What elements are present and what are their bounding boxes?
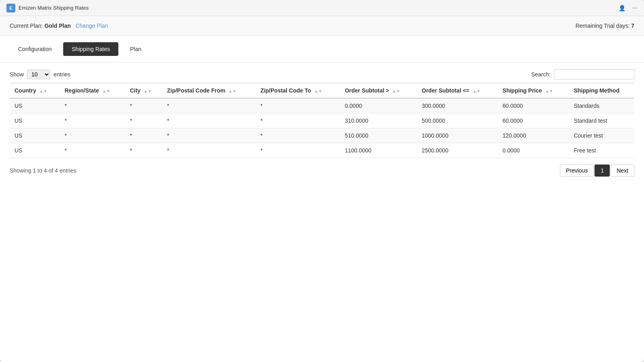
cell-zip_to-3: *: [256, 143, 340, 158]
table-row: US****1100.00002500.00000.0000Free test: [10, 143, 634, 158]
cell-shipping_price-2: 120.0000: [498, 128, 569, 143]
table-wrapper: Country ▲▼ Region/State ▲▼ City ▲▼ Zip: [0, 83, 644, 158]
tabs-bar: Configuration Shipping Rates Plan: [0, 36, 644, 63]
col-order-subtotal-gt[interactable]: Order Subtotal > ▲▼: [340, 83, 417, 99]
plan-name: Gold Plan: [44, 23, 70, 29]
page-1-button[interactable]: 1: [594, 165, 610, 177]
col-order-subtotal-lte[interactable]: Order Subtotal <= ▲▼: [417, 83, 498, 99]
table-row: US****0.0000300.000060.0000Standards: [10, 98, 634, 113]
col-shipping-method[interactable]: Shipping Method: [569, 83, 634, 99]
tab-configuration[interactable]: Configuration: [10, 42, 60, 56]
title-bar-left: E Emizen Matrix Shipping Rates: [6, 4, 89, 12]
show-entries: Show 10 25 50 100 entries: [10, 70, 70, 79]
shipping-rates-table: Country ▲▼ Region/State ▲▼ City ▲▼ Zip: [10, 83, 634, 158]
entries-select[interactable]: 10 25 50 100: [27, 70, 50, 79]
trial-label: Remaining Trial days:: [576, 23, 630, 29]
app-icon: E: [6, 4, 15, 12]
search-input[interactable]: [554, 69, 634, 80]
cell-zip_to-2: *: [256, 128, 340, 143]
cell-order_subtotal_gt-3: 1100.0000: [340, 143, 417, 158]
trial-days: 7: [631, 23, 634, 29]
cell-zip_from-0: *: [162, 98, 256, 113]
cell-city-1: *: [125, 113, 162, 128]
plan-bar: Current Plan: Gold Plan Change Plan Rema…: [0, 16, 644, 36]
app-window: E Emizen Matrix Shipping Rates 👤 ⋯ Curre…: [0, 0, 644, 362]
cell-shipping_method-3: Free test: [569, 143, 634, 158]
cell-region-3: *: [60, 143, 125, 158]
more-icon[interactable]: ⋯: [632, 5, 638, 11]
cell-shipping_price-0: 60.0000: [498, 98, 569, 113]
sort-icon-subtotal-gt: ▲▼: [392, 89, 400, 93]
plan-label: Current Plan:: [10, 23, 43, 29]
pagination-area: Showing 1 to 4 of 4 entries Previous 1 N…: [0, 158, 644, 183]
cell-country-1: US: [10, 113, 60, 128]
cell-order_subtotal_gt-1: 310.0000: [340, 113, 417, 128]
cell-country-2: US: [10, 128, 60, 143]
cell-city-0: *: [125, 98, 162, 113]
sort-icon-city: ▲▼: [144, 89, 152, 93]
pagination-buttons: Previous 1 Next: [560, 165, 634, 177]
col-city[interactable]: City ▲▼: [125, 83, 162, 99]
cell-shipping_price-1: 60.0000: [498, 113, 569, 128]
cell-order_subtotal_lte-2: 1000.0000: [417, 128, 498, 143]
cell-shipping_method-0: Standards: [569, 98, 634, 113]
cell-order_subtotal_gt-2: 510.0000: [340, 128, 417, 143]
sort-icon-zip-to: ▲▼: [314, 89, 322, 93]
cell-order_subtotal_gt-0: 0.0000: [340, 98, 417, 113]
col-country[interactable]: Country ▲▼: [10, 83, 60, 99]
table-row: US****510.00001000.0000120.0000Courier t…: [10, 128, 634, 143]
cell-order_subtotal_lte-1: 500.0000: [417, 113, 498, 128]
tab-shipping-rates[interactable]: Shipping Rates: [63, 42, 118, 56]
cell-zip_from-2: *: [162, 128, 256, 143]
cell-region-2: *: [60, 128, 125, 143]
cell-shipping_price-3: 0.0000: [498, 143, 569, 158]
app-title: Emizen Matrix Shipping Rates: [19, 5, 89, 11]
cell-zip_to-0: *: [256, 98, 340, 113]
main-content: Current Plan: Gold Plan Change Plan Rema…: [0, 16, 644, 362]
plan-info: Current Plan: Gold Plan Change Plan: [10, 23, 108, 29]
cell-city-2: *: [125, 128, 162, 143]
title-bar-right: 👤 ⋯: [619, 5, 638, 11]
cell-shipping_method-1: Standard test: [569, 113, 634, 128]
previous-button[interactable]: Previous: [560, 165, 594, 177]
cell-zip_to-1: *: [256, 113, 340, 128]
col-zip-to[interactable]: Zip/Postal Code To ▲▼: [256, 83, 340, 99]
tab-plan[interactable]: Plan: [122, 42, 150, 56]
table-controls: Show 10 25 50 100 entries Search:: [0, 63, 644, 83]
sort-icon-subtotal-lte: ▲▼: [473, 89, 481, 93]
cell-city-3: *: [125, 143, 162, 158]
col-zip-from[interactable]: Zip/Postal Code From ▲▼: [162, 83, 256, 99]
pagination-info: Showing 1 to 4 of 4 entries: [10, 167, 76, 174]
sort-icon-country: ▲▼: [39, 89, 47, 93]
cell-shipping_method-2: Courier test: [569, 128, 634, 143]
cell-zip_from-1: *: [162, 113, 256, 128]
search-label: Search:: [531, 71, 551, 78]
sort-icon-zip-from: ▲▼: [229, 89, 237, 93]
show-label: Show: [10, 71, 24, 78]
col-shipping-price[interactable]: Shipping Price ▲▼: [498, 83, 569, 99]
cell-region-0: *: [60, 98, 125, 113]
col-region[interactable]: Region/State ▲▼: [60, 83, 125, 99]
cell-zip_from-3: *: [162, 143, 256, 158]
sort-icon-shipping-price: ▲▼: [545, 89, 553, 93]
next-button[interactable]: Next: [611, 165, 634, 177]
cell-country-3: US: [10, 143, 60, 158]
change-plan-link[interactable]: Change Plan: [75, 23, 108, 29]
table-header-row: Country ▲▼ Region/State ▲▼ City ▲▼ Zip: [10, 83, 634, 99]
cell-region-1: *: [60, 113, 125, 128]
cell-order_subtotal_lte-3: 2500.0000: [417, 143, 498, 158]
trial-info: Remaining Trial days: 7: [576, 23, 634, 29]
title-bar: E Emizen Matrix Shipping Rates 👤 ⋯: [0, 0, 644, 16]
cell-country-0: US: [10, 98, 60, 113]
sort-icon-region: ▲▼: [102, 89, 110, 93]
cell-order_subtotal_lte-0: 300.0000: [417, 98, 498, 113]
search-box: Search:: [531, 69, 634, 80]
entries-label: entries: [54, 71, 70, 78]
user-icon[interactable]: 👤: [619, 5, 625, 11]
table-row: US****310.0000500.000060.0000Standard te…: [10, 113, 634, 128]
